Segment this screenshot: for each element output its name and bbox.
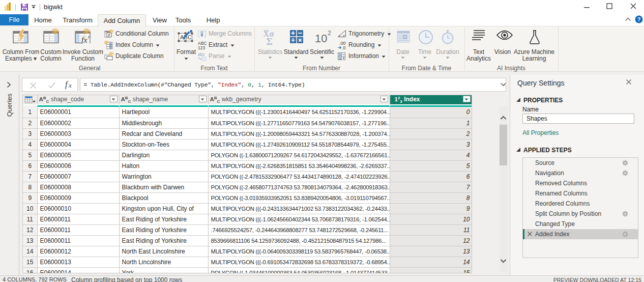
svg-text:fx: fx	[81, 35, 88, 44]
svg-text:10: 10	[315, 32, 327, 45]
svg-text:abc: abc	[198, 52, 205, 57]
svg-text:2: 2	[328, 30, 331, 37]
svg-text:?: ?	[637, 16, 641, 22]
svg-text:.0: .0	[342, 45, 346, 50]
svg-text:123: 123	[198, 45, 205, 50]
svg-text:Σ: Σ	[267, 36, 273, 45]
